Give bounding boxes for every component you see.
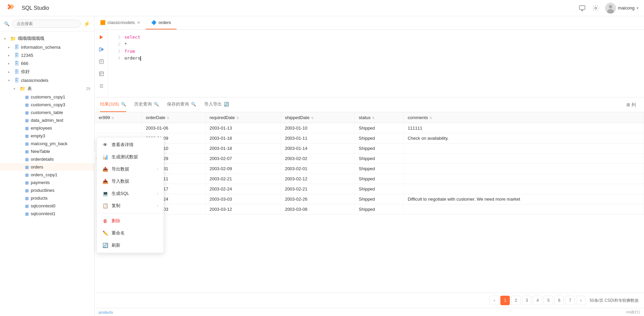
context-menu: 👁 查看表详情 📊 生成测试数据 📤 导出数据 › 📥 导入数据 💻 生成SQL… [96,137,164,253]
context-menu-item-delete[interactable]: 🗑 删除 [97,215,164,227]
ctx-item-icon: ✏️ [102,230,108,236]
context-menu-divider [97,213,164,213]
context-menu-item-rename[interactable]: ✏️ 重命名 [97,227,164,239]
ctx-item-icon: 🔄 [102,242,108,248]
ctx-item-label: 刷新 [112,242,120,248]
ctx-item-label: 复制 [112,203,120,209]
context-menu-item-gen_sql[interactable]: 💻 生成SQL › [97,187,164,200]
context-menu-item-copy[interactable]: 📋 复制 › [97,200,164,212]
ctx-item-label: 导入数据 [112,178,129,184]
ctx-item-label: 删除 [112,218,120,224]
ctx-item-icon: 📤 [102,166,108,172]
ctx-item-label: 生成SQL [112,190,129,197]
context-menu-item-view_details[interactable]: 👁 查看表详情 [97,139,164,151]
ctx-item-label: 查看表详情 [112,142,134,148]
ctx-item-label: 导出数据 [112,166,129,172]
ctx-item-label: 生成测试数据 [112,154,138,160]
ctx-arrow-icon: › [157,167,158,172]
ctx-arrow-icon: › [157,191,158,196]
ctx-item-icon: 📥 [102,178,108,184]
context-menu-overlay[interactable]: 👁 查看表详情 📊 生成测试数据 📤 导出数据 › 📥 导入数据 💻 生成SQL… [0,0,644,316]
ctx-item-icon: 👁 [102,142,108,148]
context-menu-item-gen_test_data[interactable]: 📊 生成测试数据 [97,151,164,163]
context-menu-item-refresh[interactable]: 🔄 刷新 [97,239,164,251]
ctx-item-icon: 🗑 [102,218,108,224]
ctx-item-icon: 📊 [102,154,108,160]
ctx-item-icon: 📋 [102,203,108,209]
context-menu-item-import_data[interactable]: 📥 导入数据 [97,175,164,187]
ctx-item-icon: 💻 [102,190,108,197]
ctx-item-label: 重命名 [112,230,125,236]
ctx-arrow-icon: › [157,203,158,208]
context-menu-item-export_data[interactable]: 📤 导出数据 › [97,163,164,175]
